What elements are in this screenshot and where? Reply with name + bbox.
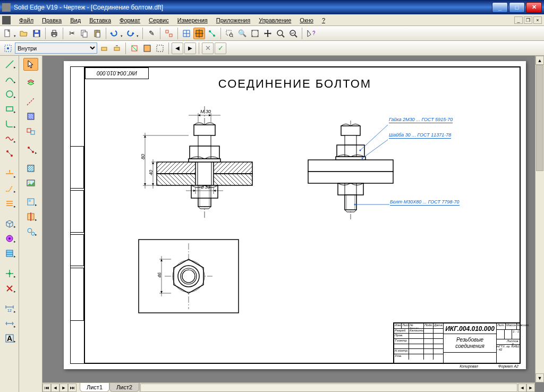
alignment-button[interactable] <box>193 28 205 39</box>
menu-insert[interactable]: Вставка <box>85 16 115 24</box>
view-tool[interactable] <box>2 217 17 230</box>
trim-tool[interactable] <box>2 167 17 180</box>
menu-manage[interactable]: Управление <box>254 16 295 24</box>
constraints-icon[interactable] <box>2 147 17 160</box>
scroll-thumb[interactable] <box>536 65 543 171</box>
vertical-scrollbar[interactable]: ▲ ▼ <box>535 56 544 382</box>
activate-part-button[interactable] <box>129 42 140 54</box>
restore-button[interactable] <box>154 42 166 54</box>
connect-tool[interactable] <box>23 143 38 156</box>
intellisketch-tool[interactable] <box>2 132 17 145</box>
rectangle-tool[interactable] <box>2 103 17 115</box>
menu-help[interactable]: ? <box>318 16 329 24</box>
menu-edit[interactable]: Правка <box>38 16 66 24</box>
next-sheet-button[interactable]: ► <box>60 384 68 392</box>
dim-46: 46 <box>157 272 162 278</box>
drawing-view-tool[interactable] <box>23 195 38 208</box>
select-options-2-button[interactable] <box>111 42 123 54</box>
selection-mode-dropdown[interactable]: Внутри <box>15 42 97 54</box>
hatch-button[interactable] <box>23 162 38 175</box>
open-button[interactable] <box>18 28 30 39</box>
dimension-smart-tool[interactable]: 12 <box>2 302 17 315</box>
mdi-minimize-button[interactable]: _ <box>514 16 523 24</box>
scroll-right-button[interactable]: ► <box>526 384 535 392</box>
layers-button[interactable] <box>23 76 38 89</box>
sheet-tab-2[interactable]: Лист2 <box>109 383 139 392</box>
menu-service[interactable]: Сервис <box>144 16 173 24</box>
mdi-restore-button[interactable]: ❐ <box>524 16 532 24</box>
relations-button[interactable] <box>206 28 218 39</box>
cut-button[interactable]: ✂ <box>66 28 78 39</box>
circle-tool[interactable] <box>2 88 17 100</box>
construction-button[interactable] <box>23 95 38 108</box>
prev-sheet-button[interactable]: ◄ <box>51 384 60 392</box>
menu-view[interactable]: Вид <box>66 16 85 24</box>
line-tool[interactable] <box>2 58 17 71</box>
symbol-tool[interactable] <box>2 232 17 245</box>
svg-line-42 <box>8 152 11 155</box>
close-button[interactable]: ✕ <box>526 2 542 13</box>
cancel-button[interactable]: ✕ <box>202 42 214 54</box>
svg-point-114 <box>360 150 361 151</box>
zoom-tool-button[interactable] <box>275 28 286 39</box>
fillet-tool[interactable] <box>2 117 17 130</box>
copy-button[interactable] <box>79 28 90 39</box>
arc-tool[interactable] <box>2 73 17 86</box>
redo-button[interactable] <box>125 28 140 39</box>
dimension-between-tool[interactable] <box>2 317 17 330</box>
undo-button[interactable] <box>109 28 124 39</box>
image-button[interactable] <box>23 177 38 190</box>
first-sheet-button[interactable]: ⏮ <box>42 384 51 392</box>
select-tool[interactable] <box>23 58 38 71</box>
scroll-left-button[interactable]: ◄ <box>518 384 526 392</box>
sheet-tab-1[interactable]: Лист1 <box>80 383 109 392</box>
parts-list-tool[interactable] <box>2 247 17 260</box>
menu-apps[interactable]: Приложения <box>212 16 254 24</box>
sketch-button[interactable]: ✎ <box>146 28 157 39</box>
move-tool[interactable] <box>2 267 17 280</box>
maximize-button[interactable]: □ <box>509 2 525 13</box>
drawing-canvas[interactable]: ИКГ.004.010.000 СОЕДИНЕНИЕ БОЛТОМ <box>42 56 544 392</box>
delete-tool[interactable] <box>2 282 17 295</box>
menu-measure[interactable]: Измерения <box>173 16 212 24</box>
select-options-1-button[interactable] <box>98 42 110 54</box>
pan-button[interactable] <box>262 28 274 39</box>
section-view-tool[interactable] <box>23 210 38 223</box>
detail-view-tool[interactable] <box>23 225 38 238</box>
last-sheet-button[interactable]: ⏭ <box>68 384 76 392</box>
zoom-button[interactable]: 🔍 <box>236 28 248 39</box>
svg-rect-5 <box>53 30 56 32</box>
fill-button[interactable] <box>23 110 38 123</box>
svg-rect-74 <box>198 162 211 185</box>
grid-button[interactable] <box>181 28 192 39</box>
scroll-up-button[interactable]: ▲ <box>536 56 544 65</box>
accept-button[interactable]: ✓ <box>215 42 226 54</box>
select-inside-icon[interactable] <box>2 42 14 54</box>
print-button[interactable] <box>48 28 60 39</box>
paste-button[interactable] <box>91 28 103 39</box>
prev-view-button[interactable]: ↩ <box>287 28 299 39</box>
mdi-close-button[interactable]: × <box>533 16 542 24</box>
new-button[interactable] <box>2 28 17 39</box>
update-views-button[interactable] <box>163 28 175 39</box>
zoom-area-button[interactable] <box>224 28 235 39</box>
scroll-down-button[interactable]: ▼ <box>536 373 544 382</box>
menu-format[interactable]: Формат <box>115 16 144 24</box>
horizontal-scrollbar[interactable] <box>140 384 517 392</box>
menu-window[interactable]: Окно <box>295 16 318 24</box>
text-tool[interactable]: A <box>2 332 17 345</box>
svg-rect-10 <box>96 30 98 31</box>
fit-button[interactable] <box>249 28 261 39</box>
offset-tool[interactable] <box>2 197 17 210</box>
tb-bottom <box>443 352 496 363</box>
nav-forward-button[interactable]: ► <box>184 42 196 54</box>
save-button[interactable] <box>31 28 42 39</box>
top-down-button[interactable] <box>141 42 153 54</box>
nav-back-button[interactable]: ◄ <box>172 42 183 54</box>
convert-button[interactable] <box>23 125 38 138</box>
menu-file[interactable]: Файл <box>15 16 38 24</box>
svg-rect-3 <box>35 34 39 37</box>
extend-tool[interactable] <box>2 182 17 195</box>
help-button[interactable]: ? <box>305 28 317 39</box>
minimize-button[interactable]: _ <box>492 2 508 13</box>
